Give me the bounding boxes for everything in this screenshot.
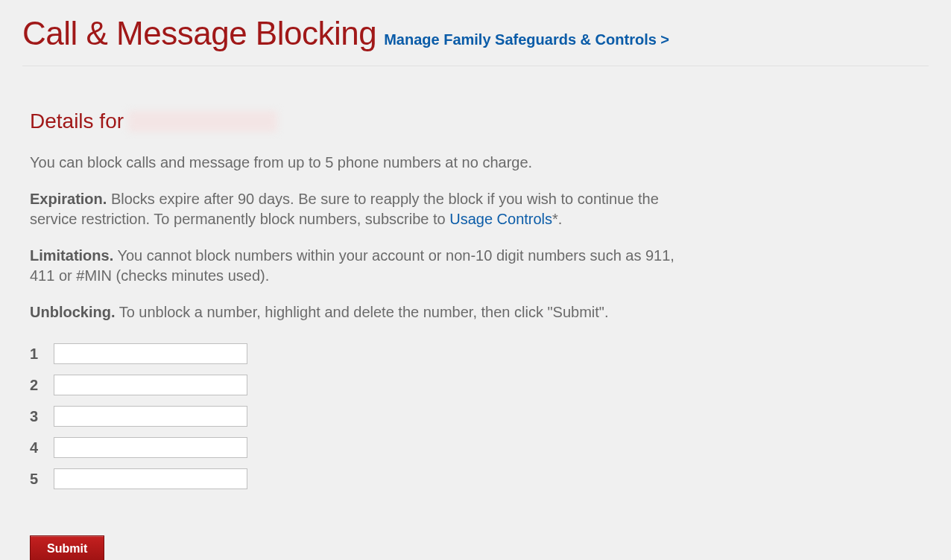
expiration-text-before: Blocks expire after 90 days. Be sure to … [30, 191, 659, 227]
details-for-label: Details for [30, 109, 124, 133]
input-number-label: 1 [30, 346, 54, 363]
limitations-text: You cannot block numbers within your acc… [30, 247, 674, 284]
phone-input-row: 1 [30, 343, 929, 364]
phone-input-5[interactable] [54, 468, 247, 489]
phone-input-row: 5 [30, 468, 929, 489]
content-area: Details for You can block calls and mess… [22, 80, 929, 560]
limitations-label: Limitations. [30, 247, 113, 264]
redacted-identifier [128, 111, 277, 132]
phone-inputs-list: 1 2 3 4 5 [30, 343, 929, 489]
phone-input-3[interactable] [54, 406, 247, 427]
unblocking-text: To unblock a number, highlight and delet… [115, 304, 608, 320]
page-header: Call & Message Blocking Manage Family Sa… [22, 15, 929, 66]
manage-safeguards-link[interactable]: Manage Family Safeguards & Controls > [384, 31, 669, 48]
phone-input-2[interactable] [54, 375, 247, 395]
phone-input-row: 3 [30, 406, 929, 427]
phone-input-1[interactable] [54, 343, 247, 364]
intro-text: You can block calls and message from up … [30, 154, 929, 171]
input-number-label: 3 [30, 408, 54, 425]
unblocking-label: Unblocking. [30, 304, 115, 320]
expiration-paragraph: Expiration. Blocks expire after 90 days.… [30, 189, 701, 229]
usage-controls-link[interactable]: Usage Controls [449, 211, 552, 227]
phone-input-row: 4 [30, 437, 929, 458]
input-number-label: 4 [30, 439, 54, 456]
phone-input-row: 2 [30, 375, 929, 395]
submit-button[interactable]: Submit [30, 535, 104, 560]
expiration-label: Expiration. [30, 191, 107, 207]
unblocking-paragraph: Unblocking. To unblock a number, highlig… [30, 302, 701, 322]
input-number-label: 5 [30, 471, 54, 488]
expiration-text-after: *. [552, 211, 562, 227]
limitations-paragraph: Limitations. You cannot block numbers wi… [30, 246, 701, 286]
details-heading: Details for [30, 109, 929, 133]
phone-input-4[interactable] [54, 437, 247, 458]
input-number-label: 2 [30, 377, 54, 394]
page-title: Call & Message Blocking [22, 15, 376, 52]
